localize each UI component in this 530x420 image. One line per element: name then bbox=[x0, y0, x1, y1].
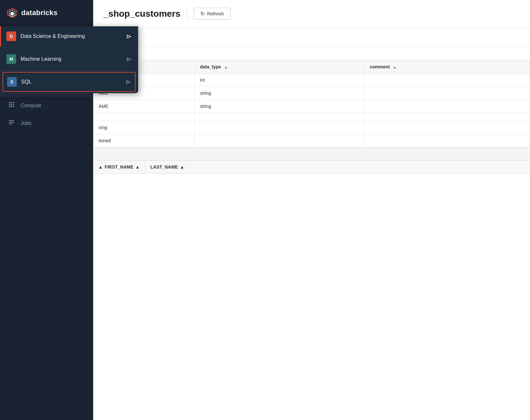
sort-icon-data-type: ▲ bbox=[224, 65, 228, 69]
svg-point-6 bbox=[9, 102, 10, 103]
dropdown-divider-1 bbox=[0, 48, 138, 48]
table-row bbox=[93, 113, 530, 121]
main-header: _shop_customers ↻ Refresh bbox=[93, 0, 530, 28]
refresh-label: Refresh bbox=[207, 11, 224, 16]
dropdown-item-ml[interactable]: M Machine Learning ⊳ bbox=[0, 49, 138, 69]
col-label-comment: comment bbox=[370, 64, 390, 69]
cell-data_type-2: string bbox=[195, 100, 365, 113]
dropdown-label-sql: SQL bbox=[21, 79, 121, 85]
sort-down-first-name-icon: ▲ bbox=[135, 164, 140, 170]
databricks-logo-icon bbox=[6, 7, 18, 19]
main-content: _shop_customers ↻ Refresh | ▾ cei_me026 … bbox=[93, 0, 530, 420]
bottom-table-header: ▲ FIRST_NAME ▲ LAST_NAME ▲ bbox=[93, 160, 530, 174]
section-divider bbox=[93, 147, 530, 160]
sidebar-label-compute: Compute bbox=[21, 103, 41, 109]
dropdown-divider-2 bbox=[0, 70, 138, 71]
dropdown-label-ml: Machine Learning bbox=[21, 56, 122, 62]
cell-name-3 bbox=[93, 113, 195, 121]
schema-table: e ▲ data_type ▲ comment ▲ intAMEstringAM… bbox=[93, 60, 530, 147]
svg-point-11 bbox=[13, 104, 14, 105]
filter-row: | ▾ bbox=[93, 28, 530, 47]
sidebar-item-jobs[interactable]: Jobs bbox=[0, 114, 93, 132]
cell-name-4: ning bbox=[93, 121, 195, 134]
bottom-col-first-name[interactable]: ▲ FIRST_NAME ▲ bbox=[93, 161, 145, 173]
bottom-col-label-last-name: LAST_NAME bbox=[150, 164, 178, 170]
table-row: int bbox=[93, 74, 530, 87]
cell-name-2: AME bbox=[93, 100, 195, 113]
sort-down-last-name-icon: ▲ bbox=[180, 164, 184, 170]
app-name: databricks bbox=[21, 9, 57, 17]
compute-icon bbox=[8, 101, 15, 110]
svg-point-7 bbox=[11, 102, 12, 103]
cell-data_type-4 bbox=[195, 121, 365, 134]
sidebar-nav: 🕐 Recents 🔍 Search Data bbox=[0, 44, 93, 420]
bottom-col-label-first-name: FIRST_NAME bbox=[105, 164, 133, 170]
table-row: AMEstring bbox=[93, 87, 530, 100]
cell-comment-4 bbox=[365, 121, 530, 134]
cell-comment-2 bbox=[365, 100, 530, 113]
svg-point-10 bbox=[11, 104, 12, 105]
sidebar-item-compute[interactable]: Compute bbox=[0, 97, 93, 114]
table-row: tioned bbox=[93, 134, 530, 147]
svg-point-12 bbox=[9, 106, 10, 107]
cell-data_type-5 bbox=[195, 134, 365, 147]
jobs-icon bbox=[8, 119, 15, 127]
sort-icon-comment: ▲ bbox=[393, 65, 396, 69]
cell-name-5: tioned bbox=[93, 134, 195, 147]
col-label-data-type: data_type bbox=[200, 64, 221, 69]
pin-icon-ml: ⊳ bbox=[126, 55, 132, 63]
table-section: e ▲ data_type ▲ comment ▲ intAMEstringAM… bbox=[93, 60, 530, 420]
dropdown-avatar-ml: M bbox=[6, 54, 16, 64]
sidebar: databricks D Data Science & E... ▲ D Dat… bbox=[0, 0, 93, 420]
sidebar-label-jobs: Jobs bbox=[21, 120, 31, 126]
cell-comment-0 bbox=[365, 74, 530, 87]
cell-comment-1 bbox=[365, 87, 530, 100]
cell-comment-3 bbox=[365, 113, 530, 121]
col-header-comment[interactable]: comment ▲ bbox=[365, 60, 530, 74]
cell-data_type-1: string bbox=[195, 87, 365, 100]
dropdown-avatar-sql: S bbox=[7, 77, 17, 87]
cell-comment-5 bbox=[365, 134, 530, 147]
dropdown-item-dse[interactable]: D Data Science & Engineering ⊳ bbox=[0, 26, 138, 46]
col-header-data-type[interactable]: data_type ▲ bbox=[195, 60, 365, 74]
cell-data_type-3 bbox=[195, 113, 365, 121]
breadcrumb: cei_me026 bbox=[93, 47, 530, 60]
pin-icon-sql: ⊳ bbox=[126, 78, 131, 86]
svg-point-8 bbox=[13, 102, 14, 103]
sort-up-first-name-icon: ▲ bbox=[98, 164, 103, 170]
workspace-dropdown: D Data Science & Engineering ⊳ M Machine… bbox=[0, 26, 138, 93]
svg-marker-2 bbox=[11, 12, 14, 16]
header-divider bbox=[187, 9, 187, 19]
refresh-icon: ↻ bbox=[200, 11, 205, 17]
dropdown-avatar-dse: D bbox=[6, 31, 16, 41]
dropdown-label-dse: Data Science & Engineering bbox=[21, 33, 122, 39]
page-title: _shop_customers bbox=[103, 9, 181, 19]
svg-point-13 bbox=[11, 106, 12, 107]
dropdown-item-sql[interactable]: S SQL ⊳ bbox=[3, 72, 136, 92]
bottom-col-last-name[interactable]: LAST_NAME ▲ bbox=[145, 161, 190, 173]
svg-point-9 bbox=[9, 104, 10, 105]
pin-icon-dse: ⊳ bbox=[126, 32, 132, 40]
cell-data_type-0: int bbox=[195, 74, 365, 87]
logo-area: databricks bbox=[0, 0, 93, 26]
table-row: ning bbox=[93, 121, 530, 134]
refresh-button[interactable]: ↻ Refresh bbox=[194, 8, 231, 20]
svg-point-14 bbox=[13, 106, 14, 107]
table-row: AMEstring bbox=[93, 100, 530, 113]
